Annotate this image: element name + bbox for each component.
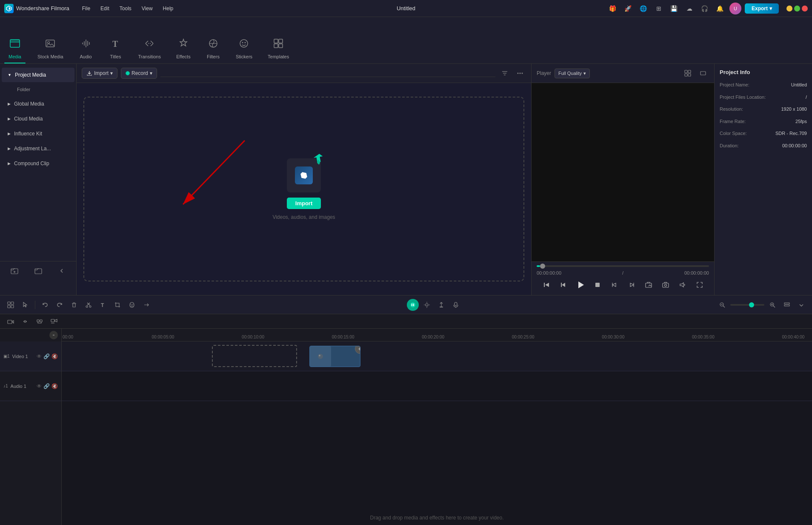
sidebar-item-adjustment-layer[interactable]: ▶ Adjustment La... <box>2 141 74 156</box>
progress-handle[interactable] <box>540 264 545 269</box>
video-mute-icon[interactable]: 🔇 <box>51 353 58 359</box>
zoom-slider[interactable] <box>730 304 764 306</box>
tl-more-button[interactable] <box>140 298 153 311</box>
save-icon[interactable]: 💾 <box>668 3 680 14</box>
new-folder-button[interactable] <box>27 265 49 277</box>
tl-cut-button[interactable] <box>82 298 95 311</box>
audio-visibility-icon[interactable]: 👁 <box>37 383 42 389</box>
svg-line-63 <box>723 306 725 307</box>
cloud-icon[interactable]: ☁ <box>683 3 695 14</box>
svg-rect-46 <box>11 305 14 308</box>
add-video-track-button[interactable] <box>4 315 17 328</box>
tl-transport-toggle[interactable] <box>407 299 419 311</box>
maximize-button[interactable] <box>794 6 800 11</box>
tl-redo-button[interactable] <box>53 298 66 311</box>
more-button[interactable] <box>514 67 526 79</box>
mark-in-button[interactable] <box>608 278 621 292</box>
tl-pointer-button[interactable] <box>19 298 31 311</box>
sidebar-item-global-media[interactable]: ▶ Global Media <box>2 97 74 111</box>
sidebar-item-cloud-media[interactable]: ▶ Cloud Media <box>2 112 74 126</box>
drop-zone-import-button[interactable]: Import <box>287 198 321 209</box>
screenshot-button[interactable] <box>659 278 672 292</box>
tl-grid-button[interactable] <box>4 298 17 311</box>
skip-back-button[interactable] <box>540 278 553 292</box>
headset-icon[interactable]: 🎧 <box>699 3 711 14</box>
audio-mute-icon[interactable]: 🔇 <box>51 383 58 389</box>
sidebar-item-influence-kit[interactable]: ▶ Influence Kit <box>2 126 74 141</box>
tl-undo-button[interactable] <box>39 298 51 311</box>
video-link-icon[interactable]: 🔗 <box>43 353 50 359</box>
svg-marker-28 <box>299 171 309 180</box>
sidebar-item-folder[interactable]: Folder <box>2 83 74 96</box>
tl-layout-button[interactable] <box>781 298 793 311</box>
menu-tools[interactable]: Tools <box>115 4 136 13</box>
menu-view[interactable]: View <box>137 4 157 13</box>
close-button[interactable] <box>802 6 808 11</box>
user-avatar[interactable]: U <box>729 3 741 14</box>
tl-crop-button[interactable] <box>111 298 124 311</box>
nav-transitions[interactable]: Transitions <box>131 34 169 63</box>
filter-button[interactable] <box>499 67 511 79</box>
tl-text-button[interactable]: T <box>97 298 109 311</box>
progress-bar[interactable] <box>537 265 709 267</box>
network-icon[interactable]: 🌐 <box>638 3 649 14</box>
layout-icon[interactable]: ⊞ <box>653 3 665 14</box>
sidebar-item-project-media[interactable]: ▼ Project Media <box>2 68 74 82</box>
sidebar-item-compound-clip[interactable]: ▶ Compound Clip <box>2 156 74 171</box>
nav-stickers[interactable]: Stickers <box>228 34 260 63</box>
fullscreen-icon[interactable] <box>697 67 709 79</box>
timeline-ruler[interactable]: 00:00 00:00:05:00 00:00:10:00 00:00:15:0… <box>62 329 812 341</box>
add-folder-button[interactable] <box>3 265 26 277</box>
minimize-button[interactable] <box>786 6 792 11</box>
menu-edit[interactable]: Edit <box>96 4 114 13</box>
audio-button[interactable] <box>676 278 689 292</box>
nav-media[interactable]: Media <box>0 34 30 63</box>
svg-rect-3 <box>10 40 20 42</box>
mark-out-button[interactable] <box>625 278 638 292</box>
link-tracks-button[interactable] <box>19 315 31 328</box>
multicam-button[interactable] <box>48 315 60 328</box>
tl-separator-1 <box>35 301 35 309</box>
tl-chevron-button[interactable] <box>795 298 808 311</box>
tl-voiceover-button[interactable] <box>449 298 462 311</box>
step-back-button[interactable] <box>557 278 570 292</box>
grid-view-icon[interactable] <box>682 67 694 79</box>
group-tracks-button[interactable] <box>33 315 46 328</box>
svg-point-11 <box>240 40 248 47</box>
nav-stock-media[interactable]: Stock Media <box>30 34 71 63</box>
zoom-in-button[interactable] <box>766 298 779 311</box>
audio-track-lane[interactable] <box>62 371 812 401</box>
fullscreen-button[interactable] <box>693 278 706 292</box>
tl-mask-button[interactable] <box>126 298 138 311</box>
export-button[interactable]: Export ▾ <box>745 3 779 14</box>
zoom-handle[interactable] <box>749 302 754 307</box>
output-select-button[interactable] <box>642 278 655 292</box>
zoom-out-button[interactable] <box>716 298 729 311</box>
notification-icon[interactable]: 🔔 <box>714 3 726 14</box>
video-track-lane[interactable]: + <box>62 341 812 371</box>
tl-delete-button[interactable] <box>68 298 80 311</box>
collapse-panel-button[interactable] <box>51 265 73 277</box>
nav-titles[interactable]: T Titles <box>101 34 131 63</box>
gift-icon[interactable]: 🎁 <box>607 3 619 14</box>
collapse-handle[interactable] <box>49 331 58 339</box>
nav-effects[interactable]: Effects <box>169 34 198 63</box>
play-button[interactable] <box>574 278 587 292</box>
audio-link-icon[interactable]: 🔗 <box>43 383 50 389</box>
nav-filters[interactable]: Filters <box>198 34 228 63</box>
video-visibility-icon[interactable]: 👁 <box>37 353 42 359</box>
tl-settings-button[interactable] <box>420 298 433 311</box>
info-value-colorspace: SDR - Rec.709 <box>775 130 807 137</box>
import-button[interactable]: Import ▾ <box>82 68 117 79</box>
record-button[interactable]: Record ▾ <box>121 68 157 79</box>
tl-marker-button[interactable] <box>435 298 448 311</box>
nav-audio[interactable]: Audio <box>71 34 101 63</box>
stop-button[interactable] <box>591 278 604 292</box>
add-clip-button[interactable]: + <box>355 346 360 354</box>
menu-file[interactable]: File <box>78 4 94 13</box>
menu-help[interactable]: Help <box>159 4 178 13</box>
nav-templates[interactable]: Templates <box>260 34 297 63</box>
quality-select[interactable]: Full Quality ▾ <box>555 69 590 78</box>
rocket-icon[interactable]: 🚀 <box>622 3 634 14</box>
video-clip[interactable]: + <box>309 346 360 367</box>
